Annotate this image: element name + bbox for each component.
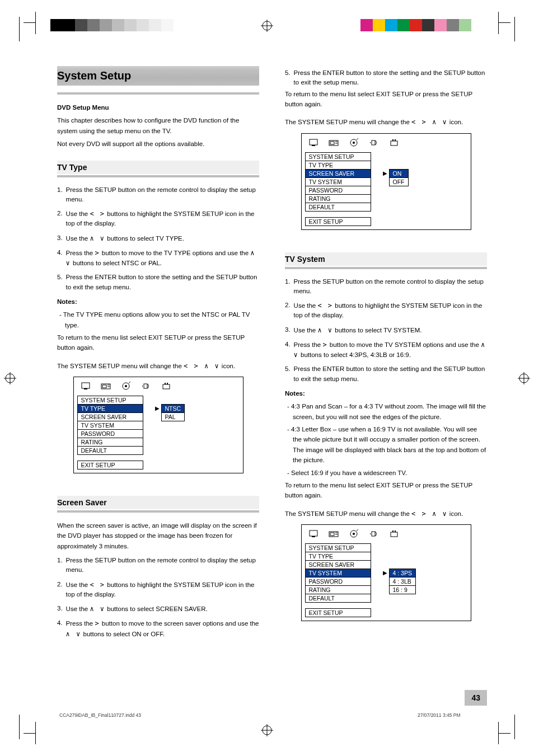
osd-menu-item: SCREEN SAVER bbox=[305, 170, 371, 178]
arrow-icons-all: < > ∧ ∨ bbox=[411, 510, 448, 518]
divider bbox=[285, 267, 487, 269]
note-text: - 4:3 Letter Box – use when a 16:9 TV is… bbox=[285, 424, 487, 466]
osd-pointer-icon: ▶ bbox=[381, 152, 389, 176]
osd-option-list: 4 : 3PS4 : 3LB16 : 9 bbox=[389, 543, 416, 594]
back-to-menu-text: To return to the menu list select EXIT S… bbox=[57, 332, 259, 353]
registration-mark-right bbox=[517, 372, 531, 385]
osd-exit-item: EXIT SETUP bbox=[305, 608, 371, 617]
step-text: Press the SETUP button on the remote con… bbox=[66, 556, 259, 575]
swatch bbox=[471, 19, 484, 31]
osd-menu-list: SYSTEM SETUPTV TYPESCREEN SAVERTV SYSTEM… bbox=[305, 543, 371, 617]
osd-menu-item: TV SYSTEM bbox=[305, 178, 371, 186]
registration-mark-bottom bbox=[260, 724, 274, 737]
osd-pointer-icon: ▶ bbox=[381, 543, 389, 576]
footer-filename: CCA279iDAB_IB_Final110727.indd 43 bbox=[59, 712, 141, 718]
note-text: - 4:3 Pan and Scan – for a 4:3 TV withou… bbox=[285, 401, 487, 422]
svg-rect-48 bbox=[391, 532, 397, 537]
arrow-icons-lr: < > bbox=[317, 302, 333, 309]
arrow-icon-right: > bbox=[95, 619, 100, 627]
osd-tab-icon bbox=[389, 529, 400, 538]
step-number: 3. bbox=[285, 325, 291, 335]
arrow-icons-lr: < > bbox=[90, 210, 105, 218]
heading-tv-type: TV Type bbox=[57, 161, 259, 174]
osd-menu-item: SYSTEM SETUP bbox=[305, 543, 371, 552]
osd-tab-row bbox=[77, 381, 240, 393]
osd-tab-icon bbox=[101, 382, 112, 391]
svg-rect-23 bbox=[165, 383, 166, 384]
crop-hair-tr bbox=[514, 17, 515, 41]
osd-option-list: NTSCPAL bbox=[161, 396, 185, 421]
osd-menu-item: TV SYSTEM bbox=[305, 569, 371, 577]
step-2: 2. Use the < > buttons to highlight the … bbox=[57, 580, 259, 600]
osd-menu-item: PASSWORD bbox=[77, 430, 143, 438]
osd-tab-icon bbox=[369, 529, 380, 538]
step-text: buttons to select TV SYSTEM. bbox=[335, 327, 421, 334]
osd-menu-item: DEFAULT bbox=[305, 594, 371, 603]
svg-rect-26 bbox=[312, 145, 315, 146]
step-text: buttons to select NTSC or PAL. bbox=[73, 260, 162, 266]
osd-tab-icon bbox=[121, 382, 132, 391]
osd-menu-item: DEFAULT bbox=[77, 447, 143, 455]
step-text: buttons to select ON or OFF. bbox=[83, 631, 165, 637]
step-number: 5. bbox=[285, 68, 291, 88]
step-text: Use the bbox=[66, 605, 90, 612]
divider bbox=[57, 92, 259, 95]
crop-mark-bl bbox=[24, 720, 36, 734]
osd-tab-icon bbox=[349, 138, 360, 147]
intro-text-2: Not every DVD will support all the optio… bbox=[57, 139, 259, 149]
osd-menu-tv-system: SYSTEM SETUPTV TYPESCREEN SAVERTV SYSTEM… bbox=[301, 524, 471, 621]
osd-option-item: ON bbox=[389, 169, 409, 178]
osd-menu-item: SYSTEM SETUP bbox=[77, 396, 143, 405]
swatch bbox=[124, 19, 137, 31]
step-5: 5. Press the ENTER button to store the s… bbox=[57, 273, 259, 292]
osd-menu-item: RATING bbox=[305, 586, 371, 594]
osd-option-item: NTSC bbox=[161, 404, 185, 413]
crop-hair-tl bbox=[19, 17, 20, 41]
page-number: 43 bbox=[465, 690, 487, 706]
svg-rect-24 bbox=[167, 383, 168, 384]
osd-option-item: PAL bbox=[161, 413, 185, 421]
arrow-icons-ud: ∧ ∨ bbox=[90, 234, 105, 242]
svg-point-45 bbox=[353, 533, 355, 535]
footer-date: 27/07/2011 3:45 PM bbox=[418, 712, 461, 718]
swatch bbox=[137, 19, 149, 31]
svg-rect-41 bbox=[330, 533, 334, 536]
right-column: 5. Press the ENTER button to store the s… bbox=[285, 49, 487, 706]
osd-menu-item: SCREEN SAVER bbox=[77, 413, 143, 421]
svg-rect-22 bbox=[163, 384, 170, 389]
svg-line-46 bbox=[357, 529, 358, 531]
step-4: 4. Press the > button to move the TV SYS… bbox=[285, 340, 487, 360]
color-swatches-left bbox=[50, 19, 174, 31]
osd-menu-screen-saver: SYSTEM SETUPTV TYPESCREEN SAVERTV SYSTEM… bbox=[301, 133, 471, 230]
step-1: 1. Press the SETUP button on the remote … bbox=[57, 556, 259, 575]
step-text: Press the bbox=[66, 620, 95, 627]
osd-option-item: OFF bbox=[389, 178, 409, 186]
step-text: Press the bbox=[66, 250, 95, 256]
step-text: buttons to select SCREEN SAVER. bbox=[107, 605, 207, 612]
svg-rect-38 bbox=[310, 530, 317, 536]
osd-pointer-icon: ▶ bbox=[153, 396, 161, 411]
osd-tab-icon bbox=[369, 138, 380, 147]
svg-rect-37 bbox=[395, 139, 396, 141]
step-number: 4. bbox=[57, 618, 63, 639]
step-1: 1. Press the SETUP button on the remote … bbox=[57, 185, 259, 205]
heading-tv-system: TV System bbox=[285, 252, 487, 266]
back-to-menu-text: To return to the menu list select EXIT S… bbox=[285, 480, 487, 501]
osd-menu-item: PASSWORD bbox=[305, 186, 371, 195]
svg-rect-12 bbox=[82, 383, 90, 388]
step-5: 5. Press the ENTER button to store the s… bbox=[285, 364, 487, 384]
step-number: 2. bbox=[285, 300, 291, 321]
osd-menu-item: TV SYSTEM bbox=[77, 421, 143, 430]
svg-rect-39 bbox=[312, 536, 315, 537]
osd-menu-item: DEFAULT bbox=[305, 203, 371, 212]
step-text: Press the SETUP button on the remote con… bbox=[294, 277, 487, 297]
step-text: Use the bbox=[66, 210, 90, 217]
page-content: System Setup DVD Setup Menu This chapter… bbox=[57, 49, 487, 706]
step-text: Use the bbox=[294, 327, 318, 334]
swatch bbox=[447, 19, 459, 31]
osd-tab-icon bbox=[389, 138, 400, 147]
step-number: 2. bbox=[57, 580, 63, 600]
svg-point-19 bbox=[125, 385, 127, 387]
crop-mark-tl bbox=[24, 22, 36, 73]
intro-text-1: This chapter describes how to configure … bbox=[57, 115, 259, 136]
